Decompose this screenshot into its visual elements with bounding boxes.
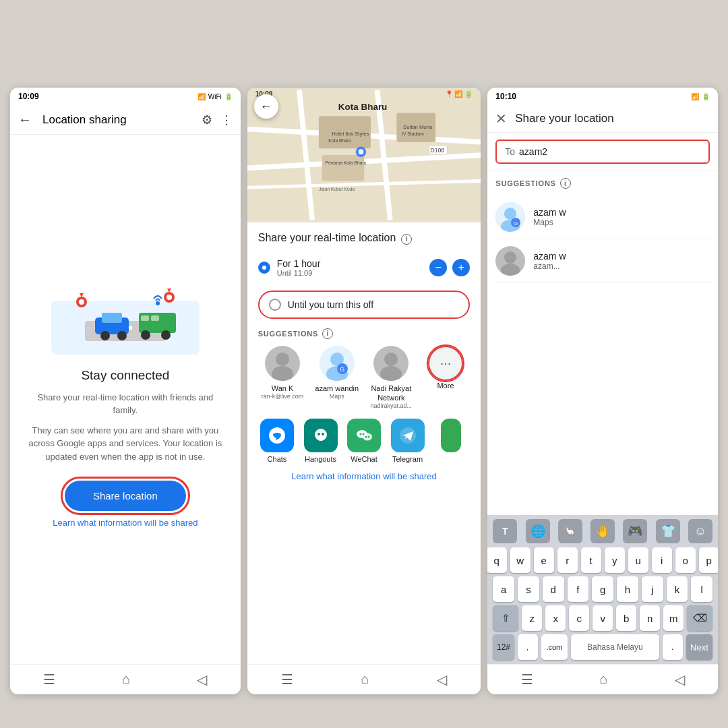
- decrease-time-button[interactable]: −: [429, 259, 447, 276]
- key-c[interactable]: c: [569, 605, 589, 631]
- keyboard: T 🌐 🦙 🤚 🎮 👕 ☺ q w e r t y u i o p: [487, 515, 718, 664]
- until-off-option[interactable]: Until you turn this off: [258, 291, 471, 319]
- to-input[interactable]: [519, 146, 700, 157]
- key-q[interactable]: q: [487, 547, 506, 573]
- screen-title-panel1: Location sharing: [42, 113, 191, 127]
- key-e[interactable]: e: [534, 547, 554, 573]
- key-h[interactable]: h: [617, 576, 638, 602]
- map-back-button[interactable]: ←: [254, 94, 278, 119]
- duration-text-block: For 1 hour Until 11:09: [277, 258, 321, 277]
- suggestion-nadi-rakyat[interactable]: Nadi Rakyat Network nadirakyat.ad...: [367, 346, 416, 410]
- increase-time-button[interactable]: +: [452, 259, 470, 276]
- svg-point-15: [161, 330, 171, 340]
- app-chats[interactable]: Chats: [258, 419, 297, 463]
- hangouts-icon: [304, 419, 338, 452]
- keyboard-shirt-icon[interactable]: 👕: [656, 519, 680, 543]
- more-button-item[interactable]: ··· More: [421, 346, 471, 410]
- key-z[interactable]: z: [522, 605, 542, 631]
- contact-row-1[interactable]: azam w azam...: [495, 239, 710, 283]
- keyboard-row-4: 12# , .com Bahasa Melayu . Next: [490, 634, 715, 660]
- backspace-key[interactable]: ⌫: [687, 605, 712, 631]
- key-k[interactable]: k: [667, 576, 688, 602]
- app-telegram[interactable]: Telegram: [388, 419, 427, 463]
- key-j[interactable]: j: [642, 576, 663, 602]
- home-icon-p2[interactable]: ⌂: [361, 671, 369, 688]
- learn-link-panel1[interactable]: Learn what information will be shared: [53, 518, 198, 528]
- learn-link-panel2[interactable]: Learn what information will be shared: [258, 471, 471, 481]
- dot-com-key[interactable]: .com: [541, 634, 568, 660]
- svg-text:Kota Bharu: Kota Bharu: [328, 138, 351, 143]
- suggestion-wan-k[interactable]: Wan K ran-k@live.com: [258, 346, 307, 410]
- settings-icon[interactable]: ⚙: [202, 113, 212, 127]
- keyboard-special1-icon[interactable]: 🦙: [558, 519, 582, 543]
- back-icon-p1[interactable]: ◁: [197, 671, 207, 688]
- keyboard-globe-icon[interactable]: 🌐: [526, 519, 550, 543]
- keyboard-t-icon[interactable]: T: [493, 519, 517, 543]
- key-l[interactable]: l: [691, 576, 712, 602]
- keyboard-gamepad-icon[interactable]: 🎮: [623, 519, 647, 543]
- key-w[interactable]: w: [510, 547, 530, 573]
- home-icon-p3[interactable]: ⌂: [600, 671, 608, 688]
- period-key[interactable]: .: [663, 634, 683, 660]
- app-wechat[interactable]: WeChat: [345, 419, 384, 463]
- share-location-button[interactable]: Share location: [65, 481, 186, 511]
- signal-icon: 📶: [198, 93, 206, 100]
- avatar-nadi: [373, 346, 408, 381]
- suggestion-azam-wandin[interactable]: G azam wandin Maps: [312, 346, 361, 410]
- info-circle-icon: i: [401, 232, 412, 245]
- duration-label: For 1 hour: [277, 258, 321, 269]
- key-d[interactable]: d: [543, 576, 564, 602]
- svg-point-38: [358, 149, 363, 154]
- key-m[interactable]: m: [663, 605, 684, 631]
- next-key[interactable]: Next: [686, 634, 712, 660]
- key-g[interactable]: g: [592, 576, 613, 602]
- svg-text:Perdana Kota Bharu: Perdana Kota Bharu: [325, 160, 366, 165]
- key-p[interactable]: p: [699, 547, 718, 573]
- key-y[interactable]: y: [605, 547, 625, 573]
- menu-icon-p2[interactable]: ☰: [281, 671, 293, 688]
- back-icon-p3[interactable]: ◁: [675, 671, 685, 688]
- battery-icon: 🔋: [224, 93, 233, 100]
- key-n[interactable]: n: [640, 605, 660, 631]
- menu-icon-p1[interactable]: ☰: [43, 671, 55, 688]
- suggestions-info-icon-p3: i: [560, 178, 571, 189]
- back-button-panel1[interactable]: ←: [18, 112, 32, 127]
- home-icon-p1[interactable]: ⌂: [122, 671, 130, 688]
- more-button[interactable]: ···: [428, 346, 463, 381]
- radio-selected-1hour[interactable]: [258, 262, 270, 274]
- contact-name-0: Wan K: [272, 384, 294, 393]
- time-panel3: 10:10: [495, 92, 516, 101]
- num-key[interactable]: 12#: [493, 634, 514, 660]
- key-t[interactable]: t: [581, 547, 601, 573]
- status-bar-panel3: 10:10 📶 🔋: [487, 88, 718, 105]
- app-hangouts[interactable]: Hangouts: [301, 419, 340, 463]
- svg-point-10: [117, 331, 127, 340]
- key-x[interactable]: x: [545, 605, 566, 631]
- svg-point-61: [360, 433, 362, 435]
- key-i[interactable]: i: [652, 547, 672, 573]
- shift-key[interactable]: ⇧: [493, 605, 518, 631]
- status-icons-panel3: 📶 🔋: [691, 93, 710, 100]
- svg-point-52: [384, 353, 398, 366]
- contact-row-0[interactable]: G azam w Maps: [495, 195, 710, 239]
- back-icon-p2[interactable]: ◁: [437, 671, 447, 688]
- key-f[interactable]: f: [568, 576, 589, 602]
- comma-key[interactable]: ,: [518, 634, 538, 660]
- key-a[interactable]: a: [493, 576, 514, 602]
- key-s[interactable]: s: [518, 576, 539, 602]
- panel1-heading: Stay connected: [81, 368, 169, 383]
- suggestions-section-panel3: SUGGESTIONS i G azam w Maps: [487, 171, 718, 515]
- key-r[interactable]: r: [557, 547, 578, 573]
- more-options-icon[interactable]: ⋮: [220, 113, 233, 127]
- key-o[interactable]: o: [675, 547, 696, 573]
- svg-rect-56: [319, 438, 323, 441]
- app-extra[interactable]: [432, 419, 471, 463]
- close-button-panel3[interactable]: ✕: [495, 111, 507, 127]
- keyboard-emoji-icon[interactable]: ☺: [688, 519, 712, 543]
- spacebar[interactable]: Bahasa Melayu: [571, 634, 659, 660]
- key-b[interactable]: b: [616, 605, 636, 631]
- keyboard-hand-icon[interactable]: 🤚: [590, 519, 615, 543]
- key-u[interactable]: u: [628, 547, 648, 573]
- menu-icon-p3[interactable]: ☰: [521, 671, 533, 688]
- key-v[interactable]: v: [593, 605, 613, 631]
